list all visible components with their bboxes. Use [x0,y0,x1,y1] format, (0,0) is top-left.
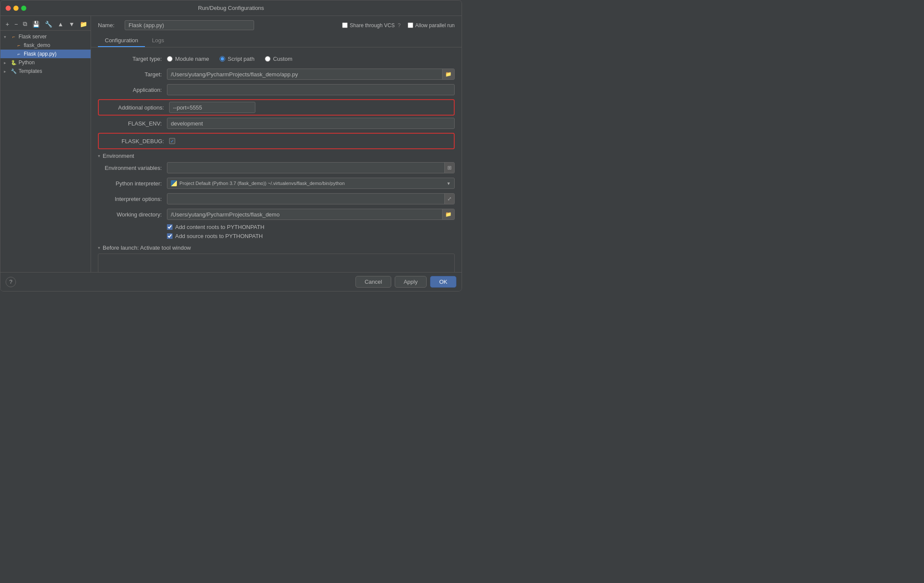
title-bar: Run/Debug Configurations [0,0,462,16]
radio-script-path[interactable]: Script path [220,56,255,62]
env-vars-browse-button[interactable]: ⊞ [444,163,454,173]
python-icon [171,180,177,186]
radio-custom-input[interactable] [265,56,270,62]
flask-server-icon: ⌐ [11,34,17,40]
flask-apppy-icon: ⌐ [16,51,22,57]
sidebar-item-flask-server[interactable]: ▾ ⌐ Flask server [0,32,91,41]
main-container: + − ⧉ 💾 🔧 ▲ ▼ 📁 ↕ ▾ ⌐ Flask server ⌐ fla… [0,16,462,272]
add-source-roots-checkbox[interactable] [167,233,173,239]
vcs-help-icon: ? [398,22,401,28]
window-title: Run/Debug Configurations [198,5,264,11]
share-vcs-label[interactable]: Share through VCS ? [342,22,401,28]
application-input[interactable] [167,84,455,95]
before-launch-arrow: ▾ [98,245,100,250]
python-interpreter-label: Python interpreter: [98,180,167,187]
name-label: Name: [98,22,119,28]
flask-env-input[interactable] [167,118,455,129]
maximize-button[interactable] [21,6,26,11]
target-input[interactable] [167,70,442,79]
config-header: Name: Share through VCS ? Allow parallel… [91,16,462,47]
working-dir-field[interactable]: 📁 [167,209,455,220]
sidebar-item-flask-apppy[interactable]: ⌐ Flask (app.py) [0,50,91,58]
sidebar-item-python[interactable]: ▸ 🐍 Python [0,58,91,67]
minimize-button[interactable] [13,6,19,11]
sidebar: + − ⧉ 💾 🔧 ▲ ▼ 📁 ↕ ▾ ⌐ Flask server ⌐ fla… [0,16,91,272]
python-interpreter-select[interactable]: Project Default (Python 3.7 (flask_demo)… [167,178,455,189]
working-dir-input[interactable] [167,210,442,219]
interpreter-options-field[interactable]: ⤢ [167,193,455,204]
target-browse-button[interactable]: 📁 [442,69,454,79]
move-down-button[interactable]: ▼ [67,20,76,28]
environment-section-header[interactable]: ▾ Environment [98,153,455,159]
ok-button[interactable]: OK [430,276,456,288]
interpreter-dropdown-arrow: ▼ [446,181,451,186]
sidebar-item-templates[interactable]: ▸ 🔧 Templates [0,67,91,75]
flask-debug-checkbox[interactable]: ✓ [169,138,175,144]
additional-options-highlight: Additional options: [98,99,455,116]
working-dir-row: Working directory: 📁 [98,208,455,220]
apply-button[interactable]: Apply [395,276,427,288]
radio-custom[interactable]: Custom [265,56,292,62]
before-launch-label: Before launch: Activate tool window [103,244,191,251]
add-content-roots-row: Add content roots to PYTHONPATH [98,224,455,230]
additional-options-row: Additional options: [100,101,453,113]
save-config-button[interactable]: 💾 [31,20,41,28]
add-source-roots-row: Add source roots to PYTHONPATH [98,233,455,239]
target-type-radio-group: Module name Script path Custom [167,56,455,62]
env-vars-label: Environment variables: [98,165,167,171]
python-interpreter-row: Python interpreter: Project Default (Pyt… [98,177,455,189]
allow-parallel-label[interactable]: Allow parallel run [408,22,455,28]
flask-debug-row: FLASK_DEBUG: ✓ [100,135,453,147]
cancel-button[interactable]: Cancel [355,276,391,288]
tab-configuration[interactable]: Configuration [98,34,145,47]
python-interpreter-value: Project Default (Python 3.7 (flask_demo)… [179,181,444,186]
target-type-label: Target type: [98,56,167,62]
add-source-roots-label[interactable]: Add source roots to PYTHONPATH [167,233,263,239]
sidebar-tree: ▾ ⌐ Flask server ⌐ flask_demo ⌐ Flask (a… [0,31,91,270]
folder-button[interactable]: 📁 [78,20,89,28]
remove-config-button[interactable]: − [13,20,19,28]
settings-button[interactable]: 🔧 [43,20,54,28]
target-row: Target: 📁 [98,68,455,80]
sidebar-item-flask-demo[interactable]: ⌐ flask_demo [0,41,91,50]
radio-module-name[interactable]: Module name [167,56,209,62]
sidebar-toolbar: + − ⧉ 💾 🔧 ▲ ▼ 📁 ↕ [0,18,91,31]
flask-debug-highlight: FLASK_DEBUG: ✓ [98,133,455,149]
expand-arrow-python: ▸ [4,60,9,65]
working-dir-browse-button[interactable]: 📁 [442,209,454,219]
allow-parallel-checkbox[interactable] [408,22,413,28]
add-config-button[interactable]: + [4,20,11,28]
sidebar-label-templates: Templates [19,68,42,74]
add-content-roots-checkbox[interactable] [167,224,173,230]
copy-config-button[interactable]: ⧉ [21,19,29,28]
move-up-button[interactable]: ▲ [56,20,65,28]
radio-script-path-input[interactable] [220,56,225,62]
interpreter-options-input[interactable] [167,194,444,204]
target-field[interactable]: 📁 [167,69,455,80]
target-label: Target: [98,71,167,78]
environment-section-arrow: ▾ [98,154,100,158]
additional-options-label: Additional options: [100,104,169,111]
env-vars-input[interactable] [167,163,444,172]
before-launch-header[interactable]: ▾ Before launch: Activate tool window [98,244,455,251]
env-vars-field[interactable]: ⊞ [167,162,455,173]
expand-arrow-flask-server: ▾ [4,34,9,39]
config-body: Target type: Module name Script path Cus… [91,47,462,272]
name-input[interactable] [125,20,254,30]
application-label: Application: [98,87,167,93]
additional-options-input[interactable] [169,102,255,113]
add-content-roots-label[interactable]: Add content roots to PYTHONPATH [167,224,264,230]
sidebar-label-python: Python [19,60,35,66]
close-button[interactable] [6,6,11,11]
interpreter-options-expand-button[interactable]: ⤢ [444,194,454,204]
templates-icon: 🔧 [11,68,17,74]
share-vcs-checkbox[interactable] [342,22,348,28]
flask-env-row: FLASK_ENV: [98,117,455,129]
radio-module-name-input[interactable] [167,56,173,62]
traffic-lights[interactable] [6,6,26,11]
target-type-row: Target type: Module name Script path Cus… [98,53,455,65]
interpreter-options-label: Interpreter options: [98,196,167,202]
interpreter-options-row: Interpreter options: ⤢ [98,193,455,205]
tab-logs[interactable]: Logs [145,34,171,47]
help-button[interactable]: ? [6,277,16,287]
